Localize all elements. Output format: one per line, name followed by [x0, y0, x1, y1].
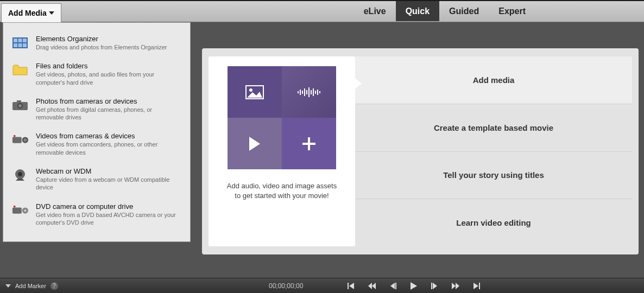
svg-rect-23: [17, 100, 21, 103]
guide-panel: Add audio, video and image assets to get…: [202, 48, 639, 254]
guide-actions: Add media Create a template based movie …: [355, 56, 632, 246]
menu-desc: Get videos, photos, and audio files from…: [36, 71, 181, 86]
menu-dvd-drive[interactable]: DVD camera or computer drive Get video f…: [3, 197, 190, 232]
menu-title: DVD camera or computer drive: [36, 202, 181, 211]
svg-rect-38: [431, 283, 432, 289]
top-toolbar: Add Media eLive Quick Guided Expert: [0, 0, 644, 22]
goto-start-button[interactable]: [348, 283, 354, 289]
svg-rect-26: [12, 137, 22, 143]
svg-rect-21: [23, 43, 27, 47]
step-back-button[interactable]: [390, 283, 396, 289]
playback-controls: [348, 282, 480, 290]
play-icon: [228, 118, 282, 169]
svg-rect-16: [14, 39, 17, 42]
mode-tabs: eLive Quick Guided Expert: [354, 1, 535, 21]
svg-point-1: [249, 88, 252, 92]
add-media-dropdown-button[interactable]: Add Media: [1, 3, 61, 22]
svg-point-28: [24, 139, 27, 142]
marker-menu-caret-icon[interactable]: [5, 284, 11, 288]
menu-elements-organizer[interactable]: Elements Organizer Drag videos and photo…: [3, 29, 190, 56]
menu-desc: Capture video from a webcam or WDM compa…: [36, 176, 181, 192]
tab-elive-label: eLive: [364, 7, 386, 16]
dvd-camera-icon: [12, 203, 28, 218]
tab-expert-label: Expert: [498, 7, 526, 16]
svg-rect-39: [479, 283, 480, 289]
camcorder-icon: [12, 133, 28, 147]
tab-quick-label: Quick: [406, 7, 430, 16]
tab-elive[interactable]: eLive: [354, 1, 396, 21]
menu-videos-cameras[interactable]: Videos from cameras & devices Get videos…: [3, 126, 190, 162]
grid-icon: [12, 36, 28, 50]
menu-desc: Get video from a DVD based AVCHD camera …: [36, 211, 181, 227]
tab-guided-label: Guided: [449, 7, 479, 16]
add-media-card: Add audio, video and image assets to get…: [209, 56, 355, 246]
svg-point-35: [14, 205, 16, 207]
menu-title: Videos from cameras & devices: [36, 132, 181, 140]
svg-rect-19: [14, 43, 17, 47]
card-text-line1: Add audio, video and image assets: [218, 181, 345, 191]
action-label: Create a template based movie: [434, 123, 553, 132]
plus-icon: [282, 118, 336, 169]
add-media-label: Add Media: [8, 9, 47, 17]
svg-point-31: [18, 172, 22, 176]
action-titles-story[interactable]: Tell your story using titles: [355, 152, 632, 200]
svg-rect-37: [395, 283, 396, 289]
menu-desc: Get videos from camcorders, phones, or o…: [36, 141, 181, 156]
timeline-bar: Add Marker ? 00;00;00;00: [0, 278, 644, 293]
action-learn-editing[interactable]: Learn video editing: [355, 199, 632, 246]
play-button[interactable]: [411, 282, 417, 290]
help-icon[interactable]: ?: [50, 282, 58, 290]
tab-quick[interactable]: Quick: [396, 1, 439, 21]
svg-rect-36: [348, 283, 349, 289]
add-media-menu: Elements Organizer Drag videos and photo…: [3, 22, 191, 242]
action-add-media[interactable]: Add media: [355, 56, 632, 104]
svg-rect-14: [302, 143, 315, 145]
add-marker-label: Add Marker: [15, 283, 46, 289]
menu-desc: Get photos from digital cameras, phones,…: [36, 106, 181, 122]
menu-files-folders[interactable]: Files and folders Get videos, photos, an…: [3, 56, 190, 92]
svg-point-34: [24, 209, 27, 212]
tab-expert[interactable]: Expert: [489, 1, 535, 21]
menu-photos-cameras[interactable]: Photos from cameras or devices Get photo…: [3, 92, 190, 127]
image-icon: [228, 66, 282, 118]
timecode-display: 00;00;00;00: [269, 282, 303, 290]
card-text-line2: to get started with your movie!: [218, 191, 345, 201]
menu-desc: Drag videos and photos from Elements Org…: [36, 43, 181, 51]
action-template-movie[interactable]: Create a template based movie: [355, 104, 632, 152]
prev-frame-button[interactable]: [368, 283, 376, 289]
media-thumb-grid: [228, 66, 336, 169]
menu-title: Webcam or WDM: [36, 167, 181, 175]
tab-guided[interactable]: Guided: [439, 1, 489, 21]
action-label: Tell your story using titles: [443, 170, 544, 180]
menu-webcam[interactable]: Webcam or WDM Capture video from a webca…: [3, 162, 190, 197]
svg-rect-17: [18, 39, 22, 42]
svg-rect-32: [12, 207, 22, 213]
svg-rect-20: [18, 43, 22, 47]
svg-rect-18: [23, 39, 27, 42]
menu-title: Elements Organizer: [36, 35, 181, 43]
step-forward-button[interactable]: [431, 283, 438, 289]
svg-point-25: [18, 104, 22, 107]
caret-down-icon: [49, 11, 54, 15]
next-frame-button[interactable]: [452, 283, 459, 289]
action-label: Learn video editing: [456, 218, 531, 227]
menu-title: Files and folders: [36, 62, 181, 70]
folder-icon: [12, 63, 28, 77]
menu-title: Photos from cameras or devices: [36, 97, 181, 105]
action-label: Add media: [473, 75, 515, 85]
camera-icon: [12, 98, 28, 112]
webcam-icon: [12, 168, 28, 182]
goto-end-button[interactable]: [473, 283, 480, 289]
audio-wave-icon: [282, 66, 336, 118]
add-marker-button[interactable]: Add Marker: [15, 283, 46, 289]
add-media-card-text: Add audio, video and image assets to get…: [218, 181, 345, 201]
svg-point-29: [14, 135, 16, 137]
